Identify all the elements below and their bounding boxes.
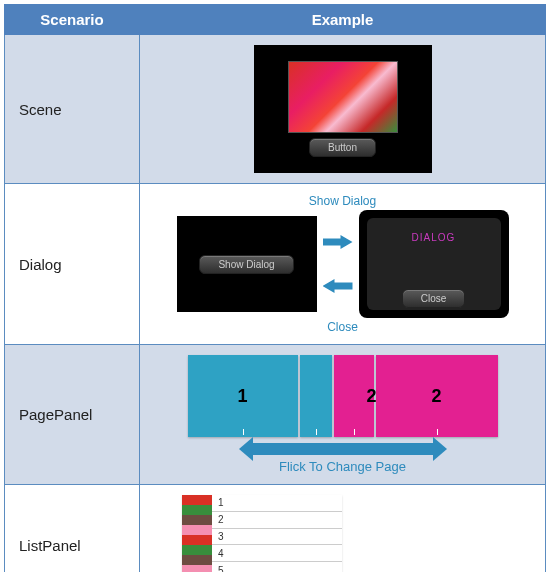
scene-image: [289, 62, 397, 132]
flick-label: Flick To Change Page: [188, 459, 498, 474]
dialog-title: DIALOG: [359, 232, 509, 243]
dialog-preview: Show Dialog DIALOG Close: [150, 210, 535, 318]
page-1-partial[interactable]: [300, 355, 332, 437]
flick-arrow-icon: [253, 443, 433, 455]
page-1[interactable]: 1: [188, 355, 298, 437]
scenario-cell-pagepanel: PagePanel: [5, 345, 140, 485]
example-cell-dialog: Show Dialog Show Dialog DIALOG Close: [140, 184, 546, 345]
scenario-cell-listpanel: ListPanel: [5, 485, 140, 573]
scenario-cell-dialog: Dialog: [5, 184, 140, 345]
dialog-target-panel: DIALOG Close: [359, 210, 509, 318]
scenario-cell-scene: Scene: [5, 35, 140, 184]
page-2-partial[interactable]: 2: [334, 355, 374, 437]
list-column: 1 2 3 4 5 6: [212, 495, 342, 572]
ui-scenarios-table: Scenario Example Scene Button Dialog Sho…: [4, 4, 546, 572]
scene-button[interactable]: Button: [309, 138, 376, 157]
listpanel-preview: 1 2 3 4 5 6: [182, 495, 342, 572]
dialog-arrows: [323, 235, 353, 293]
pages-row: 1 2 2: [188, 355, 498, 437]
pagepanel-preview: 1 2 2 Flick To Change Page: [188, 355, 498, 474]
dialog-source-panel: Show Dialog: [177, 216, 317, 312]
table-row: Dialog Show Dialog Show Dialog: [5, 184, 546, 345]
col-scenario-header: Scenario: [5, 5, 140, 35]
list-item[interactable]: 2: [212, 512, 342, 529]
list-item[interactable]: 3: [212, 529, 342, 546]
show-dialog-label: Show Dialog: [309, 194, 376, 208]
list-item[interactable]: 5: [212, 562, 342, 572]
close-dialog-label: Close: [327, 320, 358, 334]
table-row: Scene Button: [5, 35, 546, 184]
arrow-right-icon: [323, 235, 353, 249]
scene-preview: Button: [254, 45, 432, 173]
example-cell-listpanel: 1 2 3 4 5 6: [140, 485, 546, 573]
close-dialog-button[interactable]: Close: [402, 289, 466, 308]
list-item[interactable]: 4: [212, 545, 342, 562]
arrow-left-icon: [323, 279, 353, 293]
table-row: ListPanel 1 2 3 4 5 6: [5, 485, 546, 573]
table-row: PagePanel 1 2 2 Flick To Change Page: [5, 345, 546, 485]
list-item[interactable]: 1: [212, 495, 342, 512]
col-example-header: Example: [140, 5, 546, 35]
list-thumbnail-strip: [182, 495, 212, 572]
example-cell-pagepanel: 1 2 2 Flick To Change Page: [140, 345, 546, 485]
show-dialog-button[interactable]: Show Dialog: [199, 255, 293, 274]
page-2[interactable]: 2: [376, 355, 498, 437]
example-cell-scene: Button: [140, 35, 546, 184]
